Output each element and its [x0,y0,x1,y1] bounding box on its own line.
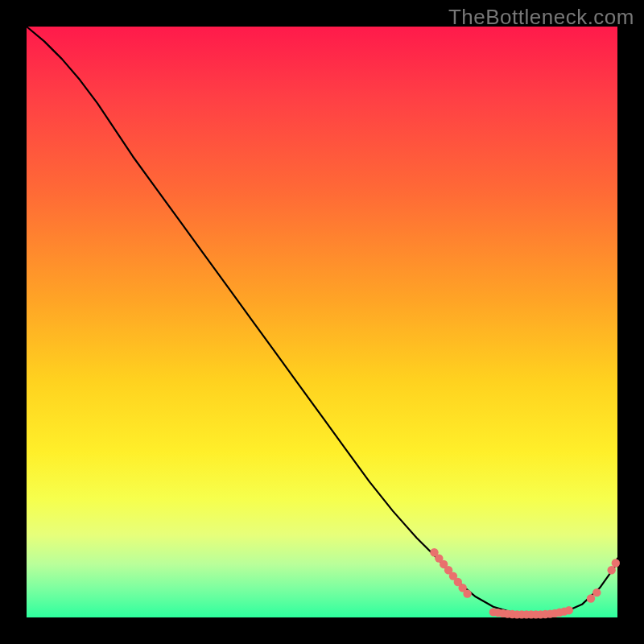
plot-area [27,27,617,617]
chart-frame: TheBottleneck.com [0,0,644,644]
curve-line [27,27,617,614]
data-dot [592,588,601,597]
data-dot [587,594,595,602]
data-dots [430,548,620,618]
data-dot [612,559,620,567]
data-dot [463,589,471,597]
data-dot [607,566,615,574]
chart-svg [27,27,617,617]
data-dot [565,606,573,614]
